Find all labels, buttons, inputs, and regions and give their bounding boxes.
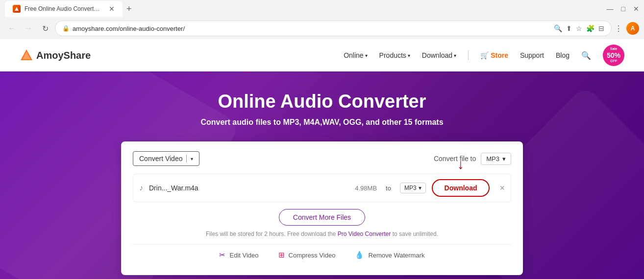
- share-icon[interactable]: ⬆: [566, 24, 572, 32]
- site-header: AmoyShare Online ▾ Products ▾ Download ▾…: [0, 39, 644, 71]
- bookmark-icon[interactable]: ☆: [576, 24, 582, 32]
- logo-icon: [20, 48, 33, 62]
- browser-frame: Free Online Audio Converter - C ✕ + — □ …: [0, 0, 644, 39]
- url-text: amoyshare.com/online-audio-converter/: [73, 25, 551, 32]
- file-music-icon: ♪: [139, 184, 143, 192]
- nav-online-label: Online: [344, 51, 363, 59]
- nav-support-label: Support: [520, 51, 544, 59]
- file-format-chevron: ▾: [419, 185, 421, 191]
- convert-video-chevron: ▾: [191, 156, 193, 162]
- back-button[interactable]: ←: [5, 22, 19, 35]
- sale-off: OFF: [610, 59, 617, 63]
- converter-box: Convert Video ▾ Convert file to MP3 ▾ ♪ …: [121, 141, 523, 275]
- browser-tab[interactable]: Free Online Audio Converter - C ✕: [5, 1, 123, 17]
- logo[interactable]: AmoyShare: [20, 48, 91, 62]
- store-label: Store: [491, 51, 508, 59]
- download-wrapper: ↓ Download: [432, 179, 490, 197]
- file-format-value: MP3: [404, 185, 417, 191]
- nav-right-controls: ⋮ A: [615, 22, 639, 35]
- tab-title: Free Online Audio Converter - C: [25, 5, 103, 12]
- edit-video-tool[interactable]: ✂ Edit Video: [219, 251, 258, 259]
- button-divider: [186, 155, 187, 163]
- hero-section: Online Audio Converter Convert audio fil…: [0, 71, 644, 279]
- hero-subtitle: Convert audio files to MP3, M4A,WAV, OGG…: [200, 118, 443, 127]
- address-bar-icons: 🔍 ⬆ ☆ 🧩 ⊟: [554, 24, 604, 32]
- zoom-icon[interactable]: 🔍: [554, 24, 562, 32]
- nav-bar: ← → ↻ 🔒 amoyshare.com/online-audio-conve…: [0, 18, 644, 39]
- ssl-lock-icon: 🔒: [62, 25, 70, 32]
- nav-products-label: Products: [379, 51, 406, 59]
- logo-text: AmoyShare: [36, 50, 91, 61]
- nav-download-arrow: ▾: [454, 53, 456, 58]
- convert-more-button[interactable]: Convert More Files: [279, 209, 365, 226]
- download-button[interactable]: Download: [432, 179, 490, 197]
- file-name: Drin..._War.m4a: [149, 184, 342, 192]
- hero-title: Online Audio Converter: [218, 91, 426, 112]
- nav-download-label: Download: [422, 51, 452, 59]
- nav-online-arrow: ▾: [365, 53, 368, 58]
- menu-button[interactable]: ⋮: [615, 24, 622, 33]
- nav-products[interactable]: Products ▾: [379, 51, 410, 59]
- sidebar-icon[interactable]: ⊟: [598, 24, 604, 32]
- convert-more-row: Convert More Files: [133, 209, 511, 226]
- nav-products-arrow: ▾: [408, 53, 410, 58]
- format-chevron: ▾: [502, 155, 506, 163]
- new-tab-button[interactable]: +: [126, 4, 132, 14]
- nav-download[interactable]: Download ▾: [422, 51, 456, 59]
- tab-close-button[interactable]: ✕: [109, 5, 115, 13]
- convert-file-to: Convert file to MP3 ▾: [434, 153, 511, 165]
- refresh-button[interactable]: ↻: [38, 22, 52, 35]
- nav-online[interactable]: Online ▾: [344, 51, 367, 59]
- sale-percent: 50%: [607, 51, 620, 60]
- nav-blog-label: Blog: [556, 51, 570, 59]
- sale-text: Sale: [610, 47, 617, 51]
- sale-badge[interactable]: Sale 50% OFF: [603, 45, 624, 66]
- nav-store[interactable]: 🛒 Store: [480, 51, 508, 59]
- tab-favicon: [13, 5, 21, 13]
- convert-video-button[interactable]: Convert Video ▾: [133, 151, 199, 166]
- address-bar[interactable]: 🔒 amoyshare.com/online-audio-converter/ …: [55, 21, 612, 36]
- file-row: ♪ Drin..._War.m4a 4.98MB to MP3 ▾ ↓ Down…: [133, 174, 511, 202]
- title-bar: Free Online Audio Converter - C ✕ + — □ …: [0, 0, 644, 18]
- compress-video-tool[interactable]: ⊞ Compress Video: [278, 251, 336, 259]
- forward-button[interactable]: →: [22, 22, 35, 35]
- watermark-icon: 💧: [355, 251, 364, 259]
- pro-video-converter-link[interactable]: Pro Video Converter: [338, 231, 391, 237]
- profile-avatar[interactable]: A: [626, 22, 639, 35]
- remove-watermark-label: Remove Watermark: [368, 252, 424, 259]
- converter-top-row: Convert Video ▾ Convert file to MP3 ▾: [133, 151, 511, 166]
- file-to-label: to: [386, 185, 391, 192]
- file-remove-button[interactable]: ×: [499, 183, 505, 193]
- window-controls: — □ ✕: [607, 5, 639, 13]
- format-selected-value: MP3: [486, 155, 499, 163]
- file-format-select[interactable]: MP3 ▾: [400, 183, 426, 193]
- convert-file-to-label: Convert file to: [434, 155, 476, 163]
- remove-watermark-tool[interactable]: 💧 Remove Watermark: [355, 251, 424, 259]
- bottom-tools: ✂ Edit Video ⊞ Compress Video 💧 Remove W…: [133, 244, 511, 265]
- scissors-icon: ✂: [219, 251, 225, 259]
- search-button[interactable]: 🔍: [581, 51, 591, 60]
- extension-icon[interactable]: 🧩: [586, 24, 594, 32]
- close-window-button[interactable]: ✕: [633, 5, 639, 13]
- nav-blog[interactable]: Blog: [556, 51, 570, 59]
- nav-divider: [468, 50, 469, 60]
- maximize-button[interactable]: □: [621, 5, 625, 13]
- storage-note: Files will be stored for 2 hours. Free d…: [133, 231, 511, 237]
- nav-support[interactable]: Support: [520, 51, 544, 59]
- minimize-button[interactable]: —: [607, 5, 614, 13]
- file-size: 4.98MB: [347, 185, 377, 192]
- compress-video-label: Compress Video: [289, 252, 336, 259]
- format-select[interactable]: MP3 ▾: [481, 153, 511, 165]
- storage-note-text1: Files will be stored for 2 hours. Free d…: [206, 231, 336, 237]
- page-content: AmoyShare Online ▾ Products ▾ Download ▾…: [0, 39, 644, 279]
- red-arrow-indicator: ↓: [457, 157, 464, 172]
- edit-video-label: Edit Video: [229, 252, 258, 259]
- svg-marker-0: [15, 7, 19, 11]
- compress-icon: ⊞: [278, 251, 285, 259]
- storage-note-text2: to save unlimited.: [393, 231, 438, 237]
- nav-menu: Online ▾ Products ▾ Download ▾ 🛒 Store S…: [344, 45, 624, 66]
- convert-video-label: Convert Video: [139, 155, 182, 163]
- store-cart-icon: 🛒: [480, 51, 489, 59]
